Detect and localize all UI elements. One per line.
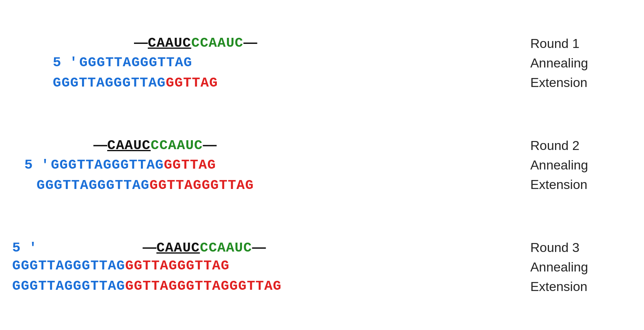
round2-annealing-label: Annealing [530,155,632,175]
round3-extension-blue: GGGTTAGGGTTAG [12,277,125,296]
round1-extension-line: GGGTTAGGGTTAGGGTTAG [53,74,522,93]
round3-top-row: 5 ′ — CAAUCCCAAUC — [12,239,522,256]
round3-green: CCAAUC [200,240,252,256]
round2-label: Round 2 [530,136,632,155]
round2-extension-red: GGTTAGGGTTAG [149,176,254,195]
round1-dash-right: — [243,34,257,50]
round2-annealing-blue: GGGTTAGGGTTAG [51,156,164,175]
round2-dash-right: — [203,137,216,152]
round2-block: — CAAUCCCAAUC — 5 ′ GGGTTAGGGTTAGGGTTAG … [12,137,522,195]
round3-extension-line: GGGTTAGGGTTAGGGTTAGGGTTAGGGTTAG [12,277,522,296]
round3-annealing-red1: GGTTAGGGTTAG [125,256,229,276]
round2-underline: CAAUC [107,138,151,153]
round2-annealing-red: GGTTAG [164,156,216,175]
round3-label: Round 3 [530,238,632,257]
round3-dash-right: — [252,239,266,255]
round2-extension-blue: GGGTTAGGGTTAG [37,176,149,195]
round3-dash-left: — [143,239,156,255]
round2-extension-label: Extension [530,175,632,194]
round3-annealing-line: GGGTTAGGGTTAGGGTTAGGGTTAG [12,256,522,276]
round1-extension-blue: GGGTTAGGGTTAG [53,74,166,93]
round3-extension-label: Extension [530,277,632,296]
round1-dash-left: — [134,34,148,50]
round1-extension-label: Extension [530,73,632,92]
round1-block: — CAAUCCCAAUC — 5 ′ GGGTTAGGGTTAG GGGTTA… [12,34,522,93]
round2-labels: Round 2 Annealing Extension [530,136,632,194]
round3-labels: Round 3 Annealing Extension [530,238,632,296]
round2-green: CCAAUC [151,138,203,153]
round2-annealing-line: 5 ′ GGGTTAGGGTTAGGGTTAG [24,156,522,175]
round2-extension-line: GGGTTAGGGTTAGGGTTAGGGTTAG [37,176,522,195]
labels-area: Round 1 Annealing Extension Round 2 Anne… [522,8,644,322]
round3-five-prime: 5 ′ [12,240,37,256]
round1-header-line: — CAAUCCCAAUC — [134,34,522,51]
round1-annealing-label: Annealing [530,53,632,73]
sequences-area: — CAAUCCCAAUC — 5 ′ GGGTTAGGGTTAG GGGTTA… [0,8,522,322]
round1-labels: Round 1 Annealing Extension [530,34,632,92]
round3-extension-red: GGTTAGGGTTAGGGTTAG [125,277,281,296]
round1-header-seq: CAAUCCCAAUC [148,35,243,51]
round1-green: CCAAUC [191,35,243,51]
round2-five-prime: 5 ′ [24,156,49,175]
round3-annealing-blue1: GGGTTAGGGTTAG [12,256,125,276]
round1-annealing-blue: GGGTTAGGGTTAG [79,53,192,73]
round3-block: 5 ′ — CAAUCCCAAUC — GGGTTAGGGTTAGGGTTAGG… [12,239,522,296]
round3-annealing-label: Annealing [530,257,632,277]
round1-label: Round 1 [530,34,632,53]
round2-dash-left: — [93,137,107,152]
round1-underline: CAAUC [148,35,191,51]
round3-underline: CAAUC [156,240,200,256]
round2-header-seq: CAAUCCCAAUC [107,138,203,153]
main-container: — CAAUCCCAAUC — 5 ′ GGGTTAGGGTTAG GGGTTA… [0,0,644,330]
round1-annealing-line: 5 ′ GGGTTAGGGTTAG [53,53,522,73]
round2-header-line: — CAAUCCCAAUC — [93,137,522,153]
round3-header-seq: CAAUCCCAAUC [156,240,252,256]
round1-five-prime: 5 ′ [53,53,78,73]
round1-extension-red: GGTTAG [166,74,218,93]
